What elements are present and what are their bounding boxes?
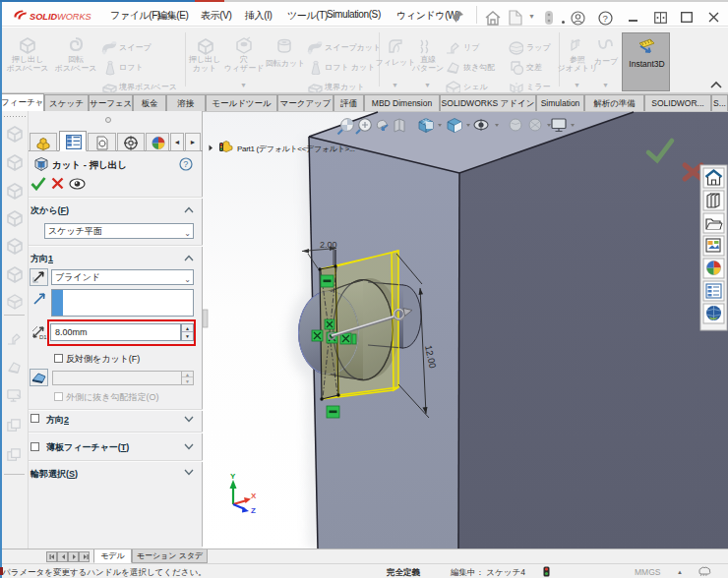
svg-text:Part1 (デフォルト<<デフォルト>...: Part1 (デフォルト<<デフォルト>... [237,144,355,153]
svg-text:X: X [251,491,257,500]
svg-text:?: ? [183,159,188,169]
svg-text:SOLID: SOLID [30,12,57,22]
svg-text:Y: Y [230,472,236,481]
svg-text:Z: Z [251,506,256,515]
svg-text:?: ? [602,13,607,24]
svg-text:WORKS: WORKS [57,12,91,22]
svg-text:2.00: 2.00 [320,240,337,250]
